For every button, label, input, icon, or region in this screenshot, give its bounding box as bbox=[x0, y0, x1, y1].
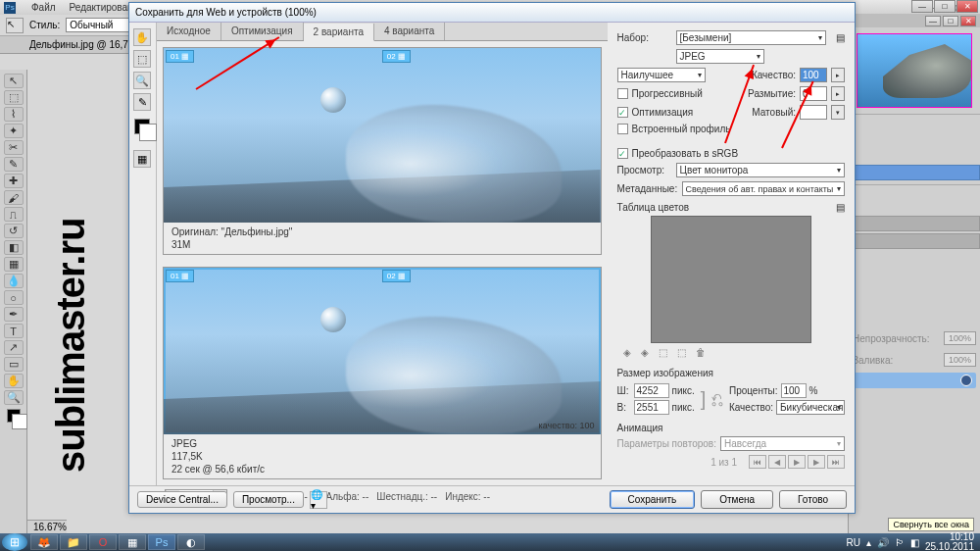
close-button[interactable]: ✕ bbox=[956, 0, 978, 13]
wand-tool-icon[interactable]: ✦ bbox=[4, 124, 24, 138]
hand-tool-icon[interactable]: ✋ bbox=[4, 374, 24, 388]
ct-icon-5[interactable]: 🗑 bbox=[696, 347, 706, 358]
tab-original[interactable]: Исходное bbox=[157, 23, 221, 40]
height-input[interactable]: 2551 bbox=[634, 400, 669, 415]
layer-row-gray-1[interactable] bbox=[849, 216, 980, 231]
progressive-checkbox[interactable] bbox=[617, 88, 628, 99]
hand-tool-icon[interactable]: ✋ bbox=[133, 28, 151, 46]
history-brush-tool-icon[interactable]: ↺ bbox=[4, 224, 24, 238]
panel-min-button[interactable]: — bbox=[925, 16, 941, 26]
lasso-tool-icon[interactable]: ⌇ bbox=[4, 107, 24, 122]
start-button[interactable]: ⊞ bbox=[2, 533, 27, 551]
panel-close-button[interactable]: ✕ bbox=[960, 16, 976, 26]
pen-tool-icon[interactable]: ✒ bbox=[4, 307, 24, 322]
slice-label-02b: 02 ▦ bbox=[382, 270, 411, 282]
tab-2up[interactable]: 2 варианта bbox=[304, 24, 374, 41]
eyedropper-tool-icon[interactable]: ✎ bbox=[4, 157, 24, 172]
gradient-tool-icon[interactable]: ▦ bbox=[4, 257, 24, 272]
task-generic-icon[interactable]: ▦ bbox=[119, 534, 146, 550]
link-icon[interactable]: ] ⎌ bbox=[701, 391, 723, 407]
matte-dropdown[interactable]: ▾ bbox=[831, 105, 845, 120]
browser-icon[interactable]: 🌐▾ bbox=[310, 491, 327, 509]
opacity-label: Непрозрачность: bbox=[853, 333, 930, 344]
type-tool-icon[interactable]: T bbox=[4, 324, 24, 338]
srgb-checkbox[interactable]: ✓ bbox=[617, 148, 628, 159]
color-table[interactable] bbox=[651, 216, 811, 343]
task-firefox-icon[interactable]: 🦊 bbox=[30, 534, 58, 550]
preview-image-optimized[interactable]: 01 ▦ 02 ▦ качество: 100 bbox=[164, 268, 601, 434]
meta-select[interactable]: Сведения об авт. правах и контакты bbox=[682, 181, 845, 196]
shape-tool-icon[interactable]: ▭ bbox=[4, 357, 24, 372]
menu-file[interactable]: Файл bbox=[31, 2, 56, 13]
color-swatch[interactable] bbox=[7, 409, 21, 423]
device-central-button[interactable]: Device Central... bbox=[137, 491, 227, 508]
preview-button[interactable]: Просмотр... bbox=[233, 491, 304, 508]
tray-app-icon[interactable]: ◧ bbox=[910, 537, 919, 548]
ct-icon-4[interactable]: ⬚ bbox=[677, 347, 686, 358]
heal-tool-icon[interactable]: ✚ bbox=[4, 174, 24, 188]
path-tool-icon[interactable]: ↗ bbox=[4, 340, 24, 355]
tray-lang[interactable]: RU bbox=[846, 537, 859, 548]
layer-row-blue[interactable] bbox=[849, 165, 980, 180]
width-input[interactable]: 4252 bbox=[634, 383, 669, 398]
cancel-button[interactable]: Отмена bbox=[701, 490, 773, 509]
menu-icon[interactable]: ▤ bbox=[836, 32, 845, 43]
task-photoshop-icon[interactable]: Ps bbox=[148, 534, 175, 550]
tab-optimized[interactable]: Оптимизация bbox=[221, 23, 304, 40]
tray-flag-icon[interactable]: 🏳 bbox=[895, 537, 905, 548]
view-label: Просмотр: bbox=[617, 165, 672, 175]
save-button[interactable]: Сохранить bbox=[610, 490, 696, 509]
view-select[interactable]: Цвет монитора bbox=[676, 163, 845, 177]
toggle-slice-icon[interactable]: ▦ bbox=[133, 150, 151, 168]
zoom-tool-icon[interactable]: 🔍 bbox=[4, 390, 24, 405]
move-tool-icon[interactable]: ↖ bbox=[4, 74, 24, 88]
tray-volume-icon[interactable]: 🔊 bbox=[877, 537, 889, 548]
layer-bar[interactable] bbox=[853, 373, 976, 388]
matte-swatch[interactable] bbox=[800, 105, 827, 120]
marquee-tool-icon[interactable]: ⬚ bbox=[4, 90, 24, 105]
crop-tool-icon[interactable]: ✂ bbox=[4, 140, 24, 155]
dodge-tool-icon[interactable]: ○ bbox=[4, 290, 24, 305]
slice-label-01: 01 ▦ bbox=[166, 50, 194, 63]
maximize-button[interactable]: □ bbox=[934, 0, 956, 13]
optimized-checkbox[interactable]: ✓ bbox=[617, 107, 628, 118]
height-label: В: bbox=[617, 402, 631, 413]
panel-max-button[interactable]: □ bbox=[943, 16, 958, 26]
tray-date[interactable]: 25.10.2011 bbox=[925, 542, 974, 551]
preset-select[interactable]: [Безымени] bbox=[676, 30, 826, 45]
swatch-icon[interactable] bbox=[134, 119, 150, 134]
embed-profile-checkbox[interactable] bbox=[617, 124, 628, 134]
tab-4up[interactable]: 4 варианта bbox=[374, 23, 445, 40]
ps-logo-icon: Ps bbox=[4, 2, 16, 14]
task-app-icon[interactable]: ◐ bbox=[177, 534, 205, 550]
blur-stepper[interactable]: ▸ bbox=[831, 86, 845, 101]
slice-tool-icon[interactable]: ⬚ bbox=[133, 50, 151, 68]
brush-tool-icon[interactable]: 🖌 bbox=[4, 190, 24, 205]
quality-stepper[interactable]: ▸ bbox=[831, 68, 845, 82]
quality-preset-select[interactable]: Наилучшее bbox=[617, 68, 706, 82]
done-button[interactable]: Готово bbox=[779, 490, 847, 509]
ct-icon-3[interactable]: ⬚ bbox=[659, 347, 667, 358]
color-table-menu-icon[interactable]: ▤ bbox=[836, 202, 845, 213]
eyedropper-tool-icon[interactable]: ✎ bbox=[133, 93, 151, 111]
ct-icon-1[interactable]: ◈ bbox=[623, 347, 631, 358]
eraser-tool-icon[interactable]: ◧ bbox=[4, 240, 24, 255]
blur-tool-icon[interactable]: 💧 bbox=[4, 274, 24, 288]
layer-row-gray-2[interactable] bbox=[849, 233, 980, 249]
fill-value[interactable]: 100% bbox=[944, 353, 976, 367]
resample-select[interactable]: Бикубическая bbox=[776, 400, 845, 415]
format-select[interactable]: JPEG bbox=[676, 49, 764, 64]
minimize-button[interactable]: — bbox=[911, 0, 933, 13]
preview-image-original[interactable]: 01 ▦ 02 ▦ bbox=[164, 48, 601, 223]
navigator-thumbnail[interactable] bbox=[857, 33, 972, 108]
percent-input[interactable]: 100 bbox=[781, 383, 807, 398]
dialog-titlebar[interactable]: Сохранить для Web и устройств (100%) bbox=[129, 3, 855, 23]
task-explorer-icon[interactable]: 📁 bbox=[60, 534, 87, 550]
opacity-value[interactable]: 100% bbox=[944, 331, 976, 345]
task-opera-icon[interactable]: O bbox=[89, 534, 117, 550]
tray-up-icon[interactable]: ▴ bbox=[866, 537, 871, 548]
stamp-tool-icon[interactable]: ⎍ bbox=[4, 207, 24, 222]
embed-profile-label: Встроенный профиль bbox=[632, 124, 731, 134]
zoom-tool-icon[interactable]: 🔍 bbox=[133, 72, 151, 89]
ct-icon-2[interactable]: ◈ bbox=[641, 347, 649, 358]
